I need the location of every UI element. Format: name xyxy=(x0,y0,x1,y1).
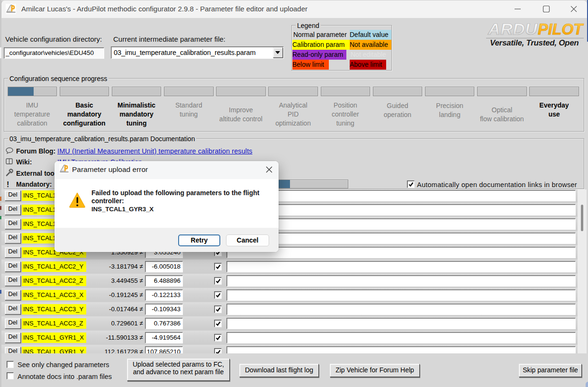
svg-text:ARDU: ARDU xyxy=(488,21,538,38)
svg-text:PILOT: PILOT xyxy=(538,21,584,38)
